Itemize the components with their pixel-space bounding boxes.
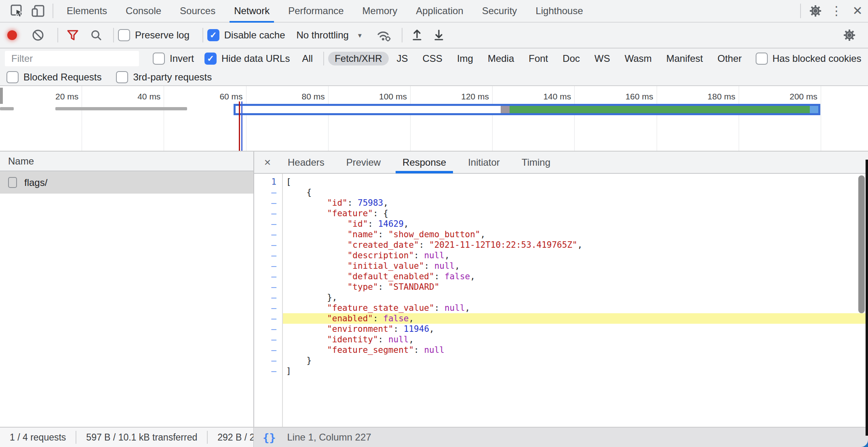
panel-tab[interactable]: Lighthouse (526, 0, 592, 22)
throttling-dropdown-arrow[interactable]: ▼ (357, 32, 363, 39)
third-party-requests-checkbox[interactable]: 3rd-party requests (116, 71, 212, 83)
request-row[interactable]: flags/ (0, 171, 254, 194)
panel-tab[interactable]: Security (473, 0, 527, 22)
selected-request-overview-bar (234, 104, 820, 115)
toolbar-separator (57, 28, 58, 42)
more-options-icon[interactable]: ⋮ (826, 1, 847, 21)
detail-tabs: HeadersPreviewResponseInitiatorTiming (277, 151, 561, 173)
resource-type-filter[interactable]: JS (390, 52, 415, 65)
pane-divider[interactable] (253, 152, 254, 447)
panel-tab[interactable]: Elements (57, 0, 116, 22)
preserve-log-checkbox[interactable]: Preserve log (118, 29, 190, 41)
resource-type-filter[interactable]: Other (711, 52, 748, 65)
hide-data-urls-checkbox[interactable]: Hide data URLs (204, 53, 290, 65)
devtools-window: ElementsConsoleSourcesNetworkPerformance… (0, 0, 868, 447)
summary-segment: 1 / 4 requests (0, 432, 76, 443)
checkbox-box (204, 53, 217, 65)
window-edge-artifact (866, 160, 868, 436)
detail-tab[interactable]: Preview (335, 151, 392, 173)
editor-status-bar: {} Line 1, Column 227 (254, 427, 868, 447)
request-overview-bar (55, 107, 187, 110)
checkbox-box (118, 29, 130, 41)
toolbar-separator (53, 4, 53, 18)
panel-tab[interactable]: Sources (171, 0, 225, 22)
toolbar-separator (402, 28, 402, 42)
detail-tab[interactable]: Timing (511, 151, 561, 173)
network-options-row: Blocked Requests 3rd-party requests (0, 69, 868, 86)
network-settings-gear-icon[interactable] (839, 25, 860, 45)
vertical-scrollbar-thumb[interactable] (858, 175, 865, 313)
checkbox-box (207, 29, 219, 41)
panel-tab[interactable]: Network (225, 0, 279, 22)
load-event-line (239, 101, 240, 152)
record-network-log-button[interactable] (7, 30, 17, 40)
detail-tabbar: × HeadersPreviewResponseInitiatorTiming (254, 152, 868, 174)
toolbar-separator (202, 28, 203, 42)
resource-type-filters: AllFetch/XHRJSCSSImgMediaFontDocWSWasmMa… (295, 52, 749, 65)
request-overview-bar (0, 107, 14, 110)
resource-type-filter[interactable]: Wasm (618, 52, 658, 65)
summary-segment: 597 B / 10.1 kB transferred (76, 432, 207, 443)
close-detail-icon[interactable]: × (258, 156, 277, 169)
detail-tab[interactable]: Headers (277, 151, 335, 173)
panel-tab[interactable]: Application (407, 0, 472, 22)
overview-bars (0, 86, 868, 152)
requests-pane: Name flags/ (0, 152, 254, 427)
resource-type-filter[interactable]: All (295, 52, 319, 65)
resource-type-filter[interactable]: Media (481, 52, 520, 65)
close-devtools-icon[interactable]: ✕ (847, 1, 868, 21)
checkbox-box (6, 71, 19, 83)
response-viewer: 1–––––––––––––––––– [ { "id": 75983, "fe… (254, 174, 868, 427)
settings-gear-icon[interactable] (805, 1, 826, 21)
request-rows: flags/ (0, 171, 254, 194)
panel-tabs: ElementsConsoleSourcesNetworkPerformance… (57, 0, 592, 22)
invert-checkbox[interactable]: Invert (153, 53, 194, 65)
export-har-icon[interactable] (428, 25, 449, 45)
name-column-header[interactable]: Name (0, 152, 254, 171)
pretty-print-icon[interactable]: {} (263, 431, 276, 444)
clear-network-log-icon[interactable] (27, 25, 48, 45)
detail-tab[interactable]: Response (392, 151, 457, 173)
network-overview-timeline[interactable]: 20 ms40 ms60 ms80 ms100 ms120 ms140 ms16… (0, 86, 868, 152)
import-har-icon[interactable] (407, 25, 428, 45)
resource-type-filter[interactable]: Manifest (660, 52, 710, 65)
checkbox-box (116, 71, 128, 83)
summary-segment: 292 B / 2 (208, 432, 254, 443)
blocked-requests-checkbox[interactable]: Blocked Requests (6, 71, 101, 83)
inspect-element-icon[interactable] (6, 1, 27, 21)
detail-tab[interactable]: Initiator (457, 151, 511, 173)
checkbox-box (153, 53, 165, 65)
toolbar-separator (800, 4, 801, 18)
disable-cache-checkbox[interactable]: Disable cache (207, 29, 285, 41)
network-conditions-icon[interactable] (373, 25, 394, 45)
resource-type-filter[interactable]: Doc (556, 52, 586, 65)
network-filter-row: Invert Hide data URLs AllFetch/XHRJSCSSI… (0, 48, 868, 69)
request-name: flags/ (24, 177, 47, 188)
resource-type-filter[interactable]: WS (588, 52, 617, 65)
resource-type-filter[interactable]: Img (451, 52, 480, 65)
device-toolbar-icon[interactable] (27, 1, 48, 21)
throttling-select[interactable]: No throttling (296, 30, 348, 41)
panel-tab[interactable]: Performance (279, 0, 353, 22)
document-icon (8, 177, 17, 188)
resource-type-filter[interactable] (323, 52, 324, 65)
network-summary-bar: 1 / 4 requests 597 B / 10.1 kB transferr… (0, 427, 254, 447)
devtools-tabbar: ElementsConsoleSourcesNetworkPerformance… (0, 0, 868, 23)
search-icon[interactable] (86, 25, 107, 45)
filter-funnel-icon[interactable] (62, 25, 83, 45)
code-gutter[interactable]: 1–––––––––––––––––– (254, 174, 283, 427)
cursor-position-label: Line 1, Column 227 (287, 432, 371, 443)
resource-type-filter[interactable]: Font (522, 52, 554, 65)
code-lines: [ { "id": 75983, "feature": { "id": 1462… (283, 174, 868, 427)
resource-type-filter[interactable]: CSS (416, 52, 449, 65)
checkbox-box (756, 53, 768, 65)
resource-type-filter[interactable]: Fetch/XHR (328, 52, 388, 65)
request-detail-pane: × HeadersPreviewResponseInitiatorTiming … (254, 152, 868, 427)
filter-input[interactable] (5, 51, 139, 66)
network-toolbar: Preserve log Disable cache No throttling… (0, 23, 868, 48)
panel-tab[interactable]: Console (116, 0, 171, 22)
panel-tab[interactable]: Memory (353, 0, 407, 22)
toolbar-separator (113, 28, 114, 42)
dcl-event-line (241, 101, 242, 152)
has-blocked-cookies-checkbox[interactable]: Has blocked cookies (756, 53, 862, 65)
